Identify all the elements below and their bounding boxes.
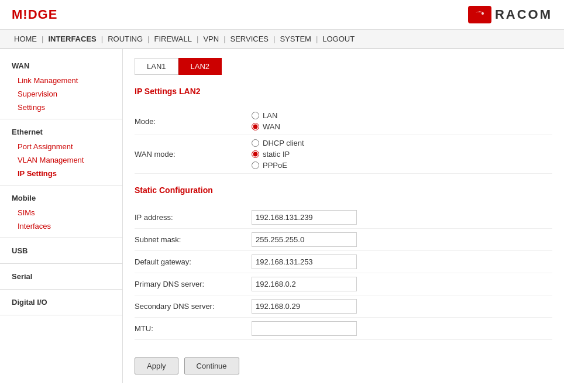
ip-address-input[interactable] bbox=[252, 210, 357, 225]
primary-dns-value bbox=[252, 277, 552, 291]
racom-bird-icon bbox=[471, 8, 489, 21]
tab-lan1[interactable]: LAN1 bbox=[135, 58, 178, 75]
wan-mode-dhcp-label: DHCP client bbox=[263, 139, 304, 147]
sidebar-section-wan: WAN bbox=[0, 58, 122, 74]
wan-mode-pppoe-label: PPPoE bbox=[263, 161, 287, 170]
logo-area: M!DGE bbox=[12, 7, 57, 22]
nav-routing[interactable]: ROUTING bbox=[105, 35, 145, 43]
primary-dns-input[interactable] bbox=[252, 277, 357, 291]
sidebar-section-ethernet: Ethernet bbox=[0, 124, 122, 140]
tab-lan2[interactable]: LAN2 bbox=[178, 58, 222, 75]
secondary-dns-value bbox=[252, 299, 552, 314]
wan-mode-dhcp-radio[interactable] bbox=[252, 139, 259, 147]
wan-mode-row: WAN mode: DHCP client static IP PPPoE bbox=[135, 135, 552, 174]
sidebar-divider-1 bbox=[0, 119, 122, 119]
mode-wan-option[interactable]: WAN bbox=[252, 122, 552, 131]
sidebar-divider-2 bbox=[0, 185, 122, 185]
apply-button[interactable]: Apply bbox=[135, 357, 178, 374]
primary-dns-label: Primary DNS server: bbox=[135, 280, 252, 288]
midge-logo: M!DGE bbox=[12, 7, 57, 22]
wan-mode-pppoe-option[interactable]: PPPoE bbox=[252, 161, 552, 170]
sidebar-item-supervision[interactable]: Supervision bbox=[0, 87, 122, 101]
sidebar-divider-6 bbox=[0, 315, 122, 315]
wan-mode-pppoe-radio[interactable] bbox=[252, 161, 259, 169]
svg-point-0 bbox=[473, 10, 487, 19]
sidebar-divider-3 bbox=[0, 238, 122, 238]
sidebar-divider-5 bbox=[0, 289, 122, 290]
wan-mode-dhcp-option[interactable]: DHCP client bbox=[252, 139, 552, 147]
default-gateway-input[interactable] bbox=[252, 255, 357, 269]
mode-label: Mode: bbox=[135, 117, 252, 126]
racom-icon bbox=[468, 6, 491, 23]
subnet-mask-value bbox=[252, 232, 552, 247]
sidebar-item-settings[interactable]: Settings bbox=[0, 101, 122, 114]
sidebar-section-mobile: Mobile bbox=[0, 190, 122, 206]
ip-address-row: IP address: bbox=[135, 207, 552, 229]
layout: WAN Link Management Supervision Settings… bbox=[0, 49, 564, 383]
sidebar-divider-4 bbox=[0, 263, 122, 264]
wan-mode-static-radio[interactable] bbox=[252, 150, 259, 158]
secondary-dns-label: Secondary DNS server: bbox=[135, 302, 252, 311]
wan-mode-label: WAN mode: bbox=[135, 150, 252, 159]
nav-sep-6: | bbox=[273, 35, 275, 43]
sidebar-section-digital-io: Digital I/O bbox=[0, 294, 122, 310]
svg-point-2 bbox=[483, 13, 484, 14]
nav-vpn[interactable]: VPN bbox=[201, 35, 221, 43]
subnet-mask-label: Subnet mask: bbox=[135, 235, 252, 244]
static-config-title: Static Configuration bbox=[135, 185, 552, 198]
default-gateway-label: Default gateway: bbox=[135, 257, 252, 266]
mtu-value bbox=[252, 321, 552, 336]
sidebar-item-link-management[interactable]: Link Management bbox=[0, 74, 122, 87]
ip-settings-section: IP Settings LAN2 Mode: LAN WAN WAN bbox=[135, 87, 552, 174]
nav-sep-4: | bbox=[197, 35, 198, 43]
header: M!DGE RACOM bbox=[0, 0, 564, 30]
nav-firewall[interactable]: FIREWALL bbox=[152, 35, 194, 43]
mode-wan-radio[interactable] bbox=[252, 123, 259, 130]
mtu-label: MTU: bbox=[135, 324, 252, 333]
default-gateway-row: Default gateway: bbox=[135, 251, 552, 273]
mode-lan-label: LAN bbox=[263, 111, 277, 120]
nav-sep-5: | bbox=[223, 35, 225, 43]
nav-logout[interactable]: LOGOUT bbox=[320, 35, 357, 43]
mode-row: Mode: LAN WAN bbox=[135, 108, 552, 135]
nav-sep-1: | bbox=[42, 35, 43, 43]
main-content: LAN1 LAN2 IP Settings LAN2 Mode: LAN WAN bbox=[123, 49, 564, 383]
sidebar-item-vlan-management[interactable]: VLAN Management bbox=[0, 153, 122, 167]
secondary-dns-row: Secondary DNS server: bbox=[135, 295, 552, 318]
secondary-dns-input[interactable] bbox=[252, 299, 357, 314]
mode-lan-option[interactable]: LAN bbox=[252, 111, 552, 120]
navbar-inner: HOME | INTERFACES | ROUTING | FIREWALL |… bbox=[12, 30, 552, 48]
mode-wan-label: WAN bbox=[263, 122, 280, 131]
wan-mode-options: DHCP client static IP PPPoE bbox=[252, 139, 552, 170]
ip-settings-title: IP Settings LAN2 bbox=[135, 87, 552, 99]
sidebar-section-serial: Serial bbox=[0, 269, 122, 284]
nav-sep-2: | bbox=[101, 35, 103, 43]
tabs: LAN1 LAN2 bbox=[135, 58, 552, 75]
racom-text: RACOM bbox=[495, 7, 552, 22]
continue-button[interactable]: Continue bbox=[184, 357, 239, 374]
primary-dns-row: Primary DNS server: bbox=[135, 273, 552, 295]
sidebar-item-interfaces[interactable]: Interfaces bbox=[0, 219, 122, 233]
subnet-mask-input[interactable] bbox=[252, 232, 357, 247]
mtu-input[interactable] bbox=[252, 321, 357, 336]
mode-options: LAN WAN bbox=[252, 111, 552, 131]
sidebar-item-port-assignment[interactable]: Port Assignment bbox=[0, 140, 122, 153]
sidebar-section-usb: USB bbox=[0, 243, 122, 259]
sidebar-item-ip-settings[interactable]: IP Settings bbox=[0, 167, 122, 180]
sidebar-item-sims[interactable]: SIMs bbox=[0, 206, 122, 219]
racom-logo-area: RACOM bbox=[468, 6, 552, 23]
mtu-row: MTU: bbox=[135, 318, 552, 340]
wan-mode-static-option[interactable]: static IP bbox=[252, 150, 552, 159]
nav-interfaces[interactable]: INTERFACES bbox=[46, 35, 98, 43]
sidebar: WAN Link Management Supervision Settings… bbox=[0, 49, 123, 383]
navbar: HOME | INTERFACES | ROUTING | FIREWALL |… bbox=[0, 30, 564, 49]
nav-home[interactable]: HOME bbox=[12, 35, 39, 43]
button-row: Apply Continue bbox=[135, 352, 552, 374]
ip-address-value bbox=[252, 210, 552, 225]
static-config-section: Static Configuration IP address: Subnet … bbox=[135, 185, 552, 340]
nav-sep-7: | bbox=[316, 35, 318, 43]
nav-services[interactable]: SERVICES bbox=[228, 35, 271, 43]
mode-lan-radio[interactable] bbox=[252, 112, 259, 119]
nav-system[interactable]: SYSTEM bbox=[277, 35, 313, 43]
nav-sep-3: | bbox=[147, 35, 149, 43]
